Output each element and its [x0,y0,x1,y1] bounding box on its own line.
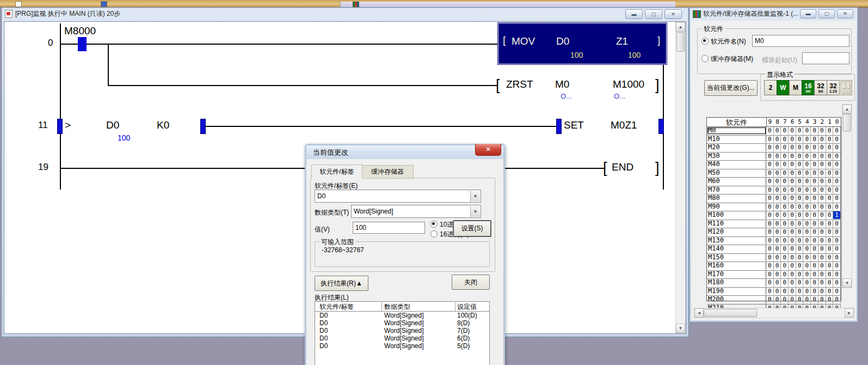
monitor-bit-cell[interactable]: 0 [811,245,818,253]
monitor-bit-cell[interactable]: 0 [804,127,811,135]
monitor-device-cell[interactable]: M180 [707,279,766,287]
exec-col-device[interactable]: 软元件/标签 [319,302,354,312]
monitor-device-cell[interactable]: M40 [707,161,766,168]
format-button-32bit[interactable]: 32bit [814,80,827,95]
monitor-bit-cell[interactable]: 0 [833,194,841,202]
scroll-thumb[interactable] [843,114,851,131]
monitor-bit-cell[interactable]: 0 [804,271,811,278]
monitor-bit-cell[interactable]: 0 [796,237,804,245]
monitor-bit-cell[interactable]: 0 [774,186,781,194]
monitor-bit-cell[interactable]: 0 [833,271,841,278]
monitor-device-cell[interactable]: M140 [707,245,766,253]
monitor-bit-cell[interactable]: 0 [804,254,811,261]
monitor-bit-cell[interactable]: 0 [774,127,781,135]
monitor-bit-cell[interactable]: 0 [804,228,811,236]
monitor-bit-cell[interactable]: 0 [781,178,789,185]
monitor-bit-cell[interactable]: 0 [811,220,818,228]
monitor-bit-cell[interactable]: 0 [774,271,781,278]
monitor-bit-cell[interactable]: 0 [781,169,789,177]
monitor-bit-cell[interactable]: 0 [789,203,796,211]
monitor-bit-cell[interactable]: 0 [826,178,834,185]
monitor-bit-cell[interactable]: 0 [789,136,796,143]
close-button[interactable]: 关闭 [452,275,490,290]
monitor-bit-cell[interactable]: 0 [804,194,811,202]
monitor-bit-cell[interactable]: 0 [804,237,811,245]
format-button-2[interactable]: 2 [764,80,777,95]
monitor-device-cell[interactable]: M60 [707,178,766,185]
minimize-icon[interactable]: ▬ [800,9,816,19]
monitor-bit-cell[interactable]: 0 [826,211,834,219]
minimize-icon[interactable]: ▬ [625,9,643,19]
monitor-bit-cell[interactable]: 0 [774,262,781,270]
monitor-bit-cell[interactable]: 0 [811,178,818,185]
monitor-bit-cell[interactable]: 0 [766,245,774,253]
monitor-bit-cell[interactable]: 0 [766,237,774,245]
monitor-bit-cell[interactable]: 0 [774,245,781,253]
monitor-bit-cell[interactable]: 0 [833,288,841,295]
monitor-bit-cell[interactable]: 0 [811,262,818,270]
monitor-bit-cell[interactable]: 0 [796,127,804,135]
contact-m8000-on[interactable] [78,37,87,51]
monitor-bit-cell[interactable]: 0 [766,186,774,194]
monitor-bit-cell[interactable]: 0 [774,169,781,177]
monitor-bit-cell[interactable]: 0 [774,203,781,211]
monitor-device-cell[interactable]: M70 [707,186,766,194]
monitor-bit-cell[interactable]: 0 [804,144,811,151]
monitor-bit-cell[interactable]: 0 [826,245,834,253]
monitor-bit-cell[interactable]: 0 [774,237,781,245]
monitor-bit-cell[interactable]: 0 [804,203,811,211]
monitor-bit-cell[interactable]: 0 [766,136,774,143]
decimal-radio[interactable] [430,221,438,228]
monitor-bit-cell[interactable]: 0 [781,161,789,168]
monitor-bit-cell[interactable]: 0 [826,169,834,177]
monitor-device-cell[interactable]: M170 [707,271,766,278]
monitor-bit-cell[interactable]: 0 [818,237,826,245]
scroll-up-icon[interactable]: ▲ [842,105,852,114]
monitor-bit-cell[interactable]: 0 [796,153,804,160]
monitor-bit-cell[interactable]: 0 [774,220,781,228]
toolbar-doc-icon[interactable] [15,1,22,7]
scroll-left-icon[interactable]: ◄ [694,308,704,318]
monitor-bit-cell[interactable]: 0 [804,245,811,253]
monitor-bit-cell[interactable]: 0 [811,279,818,287]
monitor-bit-cell[interactable]: 0 [826,262,834,270]
monitor-device-cell[interactable]: M20 [707,144,766,151]
monitor-bit-cell[interactable]: 0 [804,153,811,160]
scroll-down-icon[interactable]: ▼ [842,278,852,288]
monitor-bit-cell[interactable]: 0 [826,279,834,287]
compare-open-bracket-on[interactable] [57,119,63,134]
set-button[interactable]: 设置(S) [453,220,491,237]
monitor-bit-cell[interactable]: 0 [766,211,774,219]
monitor-bit-cell[interactable]: 0 [781,254,789,261]
exec-col-datatype[interactable]: 数据类型 [384,302,410,312]
monitor-vscrollbar[interactable]: ▲ ▼ [842,104,852,288]
monitor-bit-cell[interactable]: 0 [811,237,818,245]
format-button-m[interactable]: M [789,80,802,95]
buffer-memory-radio-label[interactable]: 缓冲存储器(M) [711,54,753,64]
monitor-bit-cell[interactable]: 0 [789,254,796,261]
format-button-16bit[interactable]: 16bit [802,80,815,95]
current-value-change-button[interactable]: 当前值更改(G)... [704,80,758,96]
tab-buffer-memory[interactable]: 缓冲存储器 [361,165,414,179]
monitor-bit-cell[interactable]: 0 [833,254,841,261]
monitor-bit-cell[interactable]: 0 [789,262,796,270]
monitor-bit-cell[interactable]: 0 [818,178,826,185]
execution-result-row[interactable]: D0Word[Signed]6(D) [315,334,489,342]
monitor-bit-cell[interactable]: 0 [781,203,789,211]
monitor-device-cell[interactable]: M120 [707,228,766,236]
monitor-bit-cell[interactable]: 0 [804,279,811,287]
monitor-bit-cell[interactable]: 0 [766,288,774,295]
restore-icon[interactable]: ▢ [645,9,662,19]
monitor-bit-cell[interactable]: 0 [766,194,774,202]
close-icon[interactable]: ✕ [664,9,682,19]
monitor-bit-cell[interactable]: 0 [774,296,781,303]
monitor-device-cell[interactable]: M10 [707,136,766,143]
close-icon[interactable]: ✕ [837,9,853,19]
scroll-thumb[interactable] [704,309,757,317]
monitor-bit-cell[interactable]: 0 [811,211,818,219]
monitor-bit-cell[interactable]: 0 [796,296,804,303]
monitor-device-cell[interactable]: M30 [707,153,766,160]
monitor-device-cell[interactable]: M190 [707,288,766,295]
monitor-bit-cell[interactable]: 0 [774,161,781,168]
monitor-bit-cell[interactable]: 0 [789,169,796,177]
